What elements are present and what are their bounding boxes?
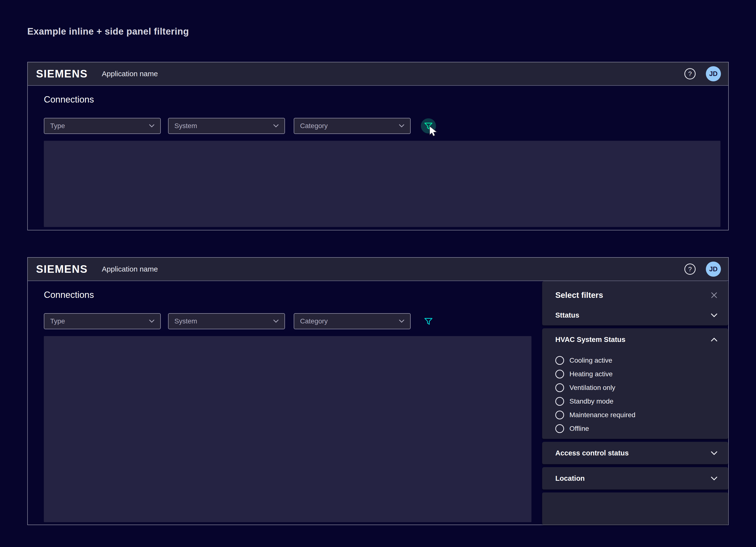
chevron-down-icon <box>711 313 718 317</box>
app-window-inline-filtering: SIEMENS Application name ? JD Connection… <box>27 62 729 230</box>
application-name: Application name <box>102 265 158 273</box>
radio-option-heating-active[interactable]: Heating active <box>555 367 718 381</box>
chevron-down-icon <box>273 320 279 323</box>
app-header: SIEMENS Application name ? JD <box>28 258 728 281</box>
siemens-logo: SIEMENS <box>36 263 88 275</box>
help-button[interactable]: ? <box>684 68 696 79</box>
radio-option-label: Heating active <box>569 370 613 378</box>
radio-option-ventilation-only[interactable]: Ventilation only <box>555 381 718 395</box>
system-dropdown-label: System <box>174 317 273 325</box>
radio-icon[interactable] <box>555 383 564 392</box>
radio-option-label: Ventilation only <box>569 384 615 392</box>
page-title: Example inline + side panel filtering <box>27 26 189 37</box>
help-icon: ? <box>688 265 692 273</box>
type-dropdown-label: Type <box>50 317 149 325</box>
chevron-down-icon <box>273 124 279 128</box>
chevron-down-icon <box>399 124 404 128</box>
page-heading: Connections <box>44 290 94 300</box>
radio-option-label: Offline <box>569 425 589 433</box>
filter-section-label: HVAC System Status <box>555 336 625 344</box>
close-panel-button[interactable] <box>710 291 718 300</box>
category-dropdown-label: Category <box>300 317 399 325</box>
system-dropdown[interactable]: System <box>168 313 285 329</box>
open-filter-panel-button[interactable] <box>421 314 436 329</box>
chevron-down-icon <box>711 476 718 481</box>
chevron-down-icon <box>711 451 718 455</box>
user-avatar[interactable]: JD <box>706 262 721 277</box>
radio-icon[interactable] <box>555 424 564 433</box>
radio-option-label: Standby mode <box>569 397 614 405</box>
radio-icon[interactable] <box>555 356 564 365</box>
system-dropdown[interactable]: System <box>168 118 285 134</box>
category-dropdown[interactable]: Category <box>294 313 411 329</box>
user-avatar[interactable]: JD <box>706 66 721 81</box>
app-window-side-panel-filtering: SIEMENS Application name ? JD Connection… <box>27 257 729 525</box>
application-name: Application name <box>102 70 158 78</box>
help-icon: ? <box>688 70 692 78</box>
filter-side-panel: Select filters Sttatus HVAC System Statu… <box>542 281 728 525</box>
side-panel-title: Select filters <box>555 291 603 300</box>
category-dropdown-label: Category <box>300 122 399 130</box>
chevron-down-icon <box>399 320 404 323</box>
radio-option-offline[interactable]: Offline <box>555 422 718 435</box>
chevron-down-icon <box>149 124 154 128</box>
filter-section-label: Location <box>555 474 585 482</box>
radio-option-cooling-active[interactable]: Cooling active <box>555 354 718 367</box>
siemens-logo: SIEMENS <box>36 68 88 80</box>
filter-section-hvac-system-status[interactable]: HVAC System Status <box>555 334 718 345</box>
filter-section-label: Sttatus <box>555 311 579 319</box>
radio-icon[interactable] <box>555 370 564 378</box>
filter-section-location[interactable]: Location <box>555 473 718 484</box>
help-button[interactable]: ? <box>684 264 696 275</box>
connections-table-placeholder <box>44 141 720 227</box>
radio-icon[interactable] <box>555 397 564 406</box>
radio-option-label: Cooling active <box>569 357 612 364</box>
connections-table-placeholder <box>44 336 531 522</box>
radio-option-standby-mode[interactable]: Standby mode <box>555 395 718 408</box>
page-heading: Connections <box>44 94 94 105</box>
radio-option-maintenance-required[interactable]: Maintenance required <box>555 408 718 422</box>
filter-section-status[interactable]: Sttatus <box>555 310 718 321</box>
type-dropdown-label: Type <box>50 122 149 130</box>
filter-section-access-control-status[interactable]: Access control status <box>555 448 718 458</box>
radio-icon[interactable] <box>555 411 564 419</box>
filter-section-label: Access control status <box>555 449 629 457</box>
type-dropdown[interactable]: Type <box>44 118 161 134</box>
category-dropdown[interactable]: Category <box>294 118 411 134</box>
chevron-up-icon <box>711 338 718 342</box>
system-dropdown-label: System <box>174 122 273 130</box>
funnel-icon <box>424 317 433 326</box>
close-icon <box>710 291 718 299</box>
radio-option-label: Maintenance required <box>569 411 635 419</box>
side-panel-filler <box>542 492 728 525</box>
chevron-down-icon <box>149 320 154 323</box>
type-dropdown[interactable]: Type <box>44 313 161 329</box>
app-header: SIEMENS Application name ? JD <box>28 62 728 86</box>
open-filter-panel-button[interactable] <box>421 118 436 133</box>
mouse-cursor-icon <box>428 126 439 138</box>
